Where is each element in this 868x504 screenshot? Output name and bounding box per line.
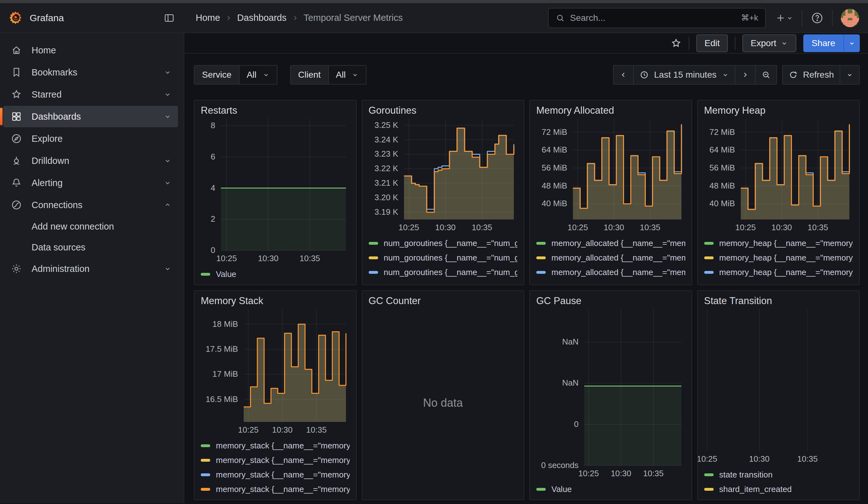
sidebar-item-drilldown[interactable]: Drilldown — [3, 150, 178, 172]
chevron-down-icon[interactable] — [164, 265, 172, 273]
favorite-star-button[interactable] — [670, 38, 682, 49]
panel-title[interactable]: GC Counter — [369, 295, 518, 309]
search-shortcut: ⌘+k — [741, 13, 758, 23]
y-axis-tick: 8 — [201, 121, 215, 131]
panel-memory-heap: Memory Heap 40 MiB48 MiB56 MiB64 MiB72 M… — [697, 100, 860, 285]
legend-item[interactable]: Value — [201, 267, 350, 281]
chevron-down-icon[interactable] — [164, 179, 172, 187]
help-button[interactable] — [810, 11, 824, 25]
legend-item[interactable]: memory_stack {__name__="memory_s — [201, 482, 350, 496]
memory-allocated-chart[interactable]: 40 MiB48 MiB56 MiB64 MiB72 MiB10:2510:30… — [536, 119, 685, 234]
share-dropdown-button[interactable] — [844, 34, 860, 52]
edit-button[interactable]: Edit — [696, 34, 728, 52]
legend-item[interactable]: memory_heap {__name__="memory_h — [704, 279, 853, 281]
chevron-down-icon[interactable] — [164, 90, 172, 99]
share-button[interactable]: Share — [803, 34, 844, 52]
panel-title[interactable]: Memory Heap — [704, 105, 853, 119]
sidebar-item-alerting[interactable]: Alerting — [3, 172, 178, 194]
restarts-chart[interactable]: 0246810:2510:3010:35 — [201, 119, 350, 265]
gc-pause-chart[interactable]: 0 seconds0NaNNaN10:2510:3010:35 — [536, 309, 685, 480]
chevron-right-icon — [291, 14, 299, 22]
legend-item[interactable]: memory_allocated {__name__="memo — [536, 265, 685, 279]
panel-title[interactable]: Memory Stack — [201, 295, 350, 309]
legend-item[interactable]: num_goroutines {__name__="num_go — [369, 265, 518, 279]
sidebar-item-explore[interactable]: Explore — [3, 128, 178, 150]
service-filter-value[interactable]: All — [239, 65, 277, 85]
sidebar-item-bookmarks[interactable]: Bookmarks — [3, 62, 178, 83]
refresh-interval-dropdown[interactable] — [840, 66, 859, 84]
export-button[interactable]: Export — [742, 34, 796, 52]
sidebar-item-connections[interactable]: Connections — [3, 194, 178, 216]
chevron-down-icon[interactable] — [164, 112, 172, 121]
legend-item[interactable]: state transition — [704, 467, 853, 482]
series-color-marker — [201, 488, 210, 491]
memory-stack-chart[interactable]: 16.5 MiB17 MiB17.5 MiB18 MiB10:2510:3010… — [201, 309, 350, 436]
time-shift-forward-button[interactable] — [735, 66, 756, 84]
refresh-icon — [788, 70, 798, 80]
sidebar-item-starred[interactable]: Starred — [3, 84, 178, 105]
legend-item[interactable]: memory_allocated {__name__="memo — [536, 236, 685, 250]
user-avatar[interactable] — [841, 9, 859, 27]
chevron-down-icon — [786, 14, 794, 22]
brand-name: Grafana — [30, 13, 64, 23]
y-axis-tick: 3.23 K — [369, 149, 398, 159]
breadcrumb-home[interactable]: Home — [196, 13, 220, 23]
client-filter-value[interactable]: All — [328, 65, 366, 85]
dashboard-scroll-area[interactable]: Service All Client All — [184, 54, 868, 503]
legend-item[interactable]: memory_heap {__name__="memory_h — [704, 236, 853, 250]
x-axis-tick: 10:30 — [603, 223, 624, 233]
legend-label: memory_allocated {__name__="memo — [551, 238, 685, 248]
sidebar-item-dashboards[interactable]: Dashboards — [3, 106, 178, 127]
legend-item[interactable]: Value — [536, 482, 685, 496]
refresh-button[interactable]: Refresh — [783, 66, 840, 84]
breadcrumb: Home Dashboards Temporal Server Metrics — [184, 13, 403, 23]
y-axis-tick: 64 MiB — [536, 145, 567, 155]
legend-item[interactable]: memory_stack {__name__="memory_s — [201, 438, 350, 453]
y-axis-tick: 16.5 MiB — [201, 394, 238, 404]
series-color-marker — [704, 488, 714, 491]
x-axis-tick: 10:25 — [578, 469, 599, 479]
time-range-picker[interactable]: Last 15 minutes — [634, 66, 735, 84]
legend-item[interactable]: memory_stack {__name__="memory_s — [201, 467, 350, 482]
x-axis-tick: 10:30 — [272, 425, 292, 435]
star-icon — [11, 89, 22, 100]
sidebar-item-administration[interactable]: Administration — [3, 258, 178, 279]
panel-title[interactable]: Restarts — [201, 105, 350, 119]
legend-item[interactable]: memory_heap {__name__="memory_h — [704, 265, 853, 279]
goroutines-chart[interactable]: 3.19 K3.20 K3.21 K3.22 K3.23 K3.24 K3.25… — [369, 119, 518, 234]
legend-item[interactable]: shard_item_created — [704, 482, 853, 496]
legend-item[interactable]: num_goroutines {__name__="num_go — [369, 236, 518, 250]
x-axis-tick: 10:25 — [697, 454, 717, 464]
search-placeholder: Search... — [570, 13, 736, 23]
zoom-out-button[interactable] — [756, 66, 776, 84]
search-input[interactable]: Search... ⌘+k — [548, 8, 766, 28]
breadcrumb-dashboards[interactable]: Dashboards — [237, 13, 286, 23]
panel-title[interactable]: GC Pause — [536, 295, 685, 309]
chevron-down-icon[interactable] — [164, 68, 172, 76]
legend-item[interactable]: memory_heap {__name__="memory_h — [704, 250, 853, 265]
legend-item[interactable]: memory_allocated {__name__="memo — [536, 279, 685, 281]
sidebar-item-add-new-connection[interactable]: Add new connection — [3, 216, 178, 237]
legend: memory_allocated {__name__="memomemory_a… — [536, 234, 685, 281]
memory-heap-chart[interactable]: 40 MiB48 MiB56 MiB64 MiB72 MiB10:2510:30… — [704, 119, 853, 234]
legend-item[interactable]: memory_allocated {__name__="memo — [536, 250, 685, 265]
chevron-up-icon[interactable] — [164, 201, 172, 209]
panel-title[interactable]: Goroutines — [369, 105, 518, 119]
sidebar-item-data-sources[interactable]: Data sources — [3, 237, 178, 257]
panel-title[interactable]: Memory Allocated — [536, 105, 685, 119]
y-axis-tick: 3.19 K — [369, 207, 398, 217]
state-transition-chart[interactable]: 10:2510:3010:35 — [704, 309, 853, 465]
legend-item[interactable]: num_goroutines {__name__="num_go — [369, 250, 518, 265]
chevron-down-icon[interactable] — [164, 157, 172, 165]
legend-item[interactable]: memory_stack {__name__="memory_s — [201, 453, 350, 467]
add-new-button[interactable] — [775, 13, 794, 23]
dock-sidebar-icon[interactable] — [164, 12, 175, 24]
y-axis-tick: 3.22 K — [369, 164, 398, 173]
time-shift-back-button[interactable] — [613, 66, 634, 84]
legend-item[interactable]: num_goroutines {__name__="num_go — [369, 279, 518, 281]
client-filter: Client All — [290, 65, 367, 85]
panel-title[interactable]: State Transition — [704, 295, 853, 309]
gc-counter-chart[interactable]: No data — [369, 309, 518, 496]
bell-icon — [11, 177, 22, 188]
sidebar-item-home[interactable]: Home — [3, 40, 178, 61]
